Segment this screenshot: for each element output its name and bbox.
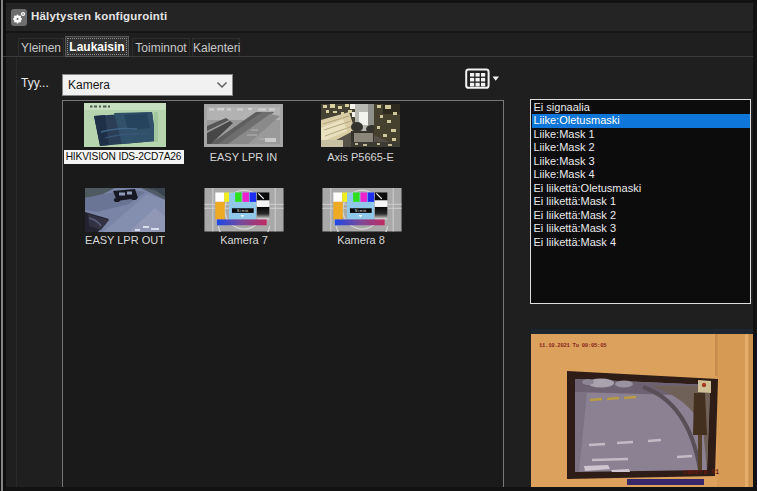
svg-text:camera 01: camera 01 [683,469,719,476]
svg-text:N i m tö: N i m tö [237,209,248,213]
svg-text:N i m tö: N i m tö [355,209,366,213]
svg-text:11.10.2021 Tu 09:05:05: 11.10.2021 Tu 09:05:05 [539,342,607,349]
